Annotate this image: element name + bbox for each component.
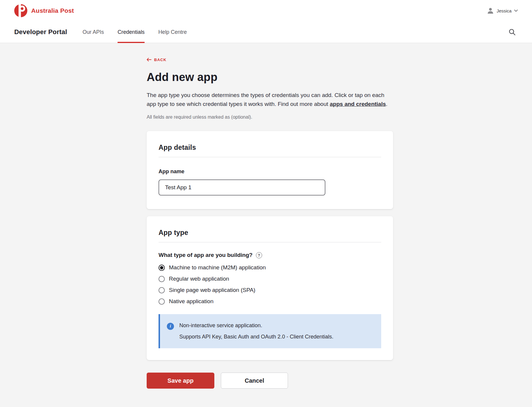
- radio-label: Single page web application (SPA): [169, 287, 255, 293]
- back-link[interactable]: BACK: [147, 58, 167, 62]
- page-title: Add new app: [147, 71, 393, 84]
- main-area: BACK Add new app The app type you choose…: [0, 43, 532, 389]
- divider: [159, 242, 381, 242]
- arrow-left-icon: [147, 58, 151, 61]
- radio-button[interactable]: [159, 276, 165, 282]
- app-name-input[interactable]: [159, 179, 325, 195]
- info-text: Non-interactive service application. Sup…: [179, 322, 333, 340]
- brand-name: Australia Post: [31, 7, 74, 14]
- chevron-down-icon: [514, 9, 518, 12]
- save-app-button[interactable]: Save app: [147, 373, 214, 389]
- radio-option-regular-web[interactable]: Regular web application: [159, 273, 381, 284]
- user-menu[interactable]: Jessica: [487, 7, 518, 14]
- info-icon: i: [167, 323, 174, 330]
- intro-text: The app type you choose determines the t…: [147, 91, 393, 109]
- required-note: All fields are required unless marked as…: [147, 115, 393, 120]
- user-name: Jessica: [497, 8, 512, 13]
- developer-portal-screen: Australia Post Jessica Developer Portal …: [0, 0, 532, 389]
- radio-label: Regular web application: [169, 276, 229, 282]
- radio-button[interactable]: [159, 265, 165, 271]
- radio-button[interactable]: [159, 287, 165, 293]
- help-icon[interactable]: ?: [256, 252, 262, 258]
- divider: [159, 157, 381, 157]
- australia-post-logo[interactable]: Australia Post: [14, 4, 74, 17]
- form-actions: Save app Cancel: [147, 373, 393, 389]
- app-details-card: App details App name: [147, 131, 393, 209]
- radio-option-spa[interactable]: Single page web application (SPA): [159, 284, 381, 296]
- app-type-question-row: What type of app are you building? ?: [159, 252, 381, 258]
- content-column: BACK Add new app The app type you choose…: [147, 57, 393, 389]
- app-details-title: App details: [159, 144, 381, 152]
- portal-title[interactable]: Developer Portal: [14, 28, 67, 36]
- apps-and-credentials-link[interactable]: apps and credentials: [330, 101, 386, 107]
- main-navbar: Developer Portal Our APIs Credentials He…: [0, 21, 532, 43]
- top-header: Australia Post Jessica: [0, 0, 532, 21]
- radio-label: Native application: [169, 298, 213, 305]
- radio-option-m2m[interactable]: Machine to machine (M2M) application: [159, 262, 381, 273]
- app-type-card: App type What type of app are you buildi…: [147, 216, 393, 360]
- app-type-radio-group: Machine to machine (M2M) application Reg…: [159, 262, 381, 307]
- nav-item-our-apis[interactable]: Our APIs: [83, 21, 104, 43]
- radio-button[interactable]: [159, 298, 165, 305]
- search-button[interactable]: [506, 26, 518, 38]
- intro-after: .: [386, 101, 387, 107]
- radio-label: Machine to machine (M2M) application: [169, 264, 266, 271]
- nav-item-credentials[interactable]: Credentials: [118, 21, 145, 43]
- radio-option-native[interactable]: Native application: [159, 296, 381, 307]
- app-type-question: What type of app are you building?: [159, 252, 253, 258]
- info-box: i Non-interactive service application. S…: [159, 314, 381, 348]
- app-type-title: App type: [159, 229, 381, 237]
- user-icon: [487, 7, 494, 14]
- back-label: BACK: [154, 58, 167, 62]
- info-line-2: Supports API Key, Basic Auth and OAuth 2…: [179, 334, 333, 340]
- search-icon: [508, 28, 516, 36]
- australia-post-logo-icon: [14, 4, 27, 17]
- cancel-button[interactable]: Cancel: [221, 373, 288, 389]
- app-name-label: App name: [159, 168, 381, 175]
- nav-links: Our APIs Credentials Help Centre: [83, 21, 200, 43]
- nav-item-help-centre[interactable]: Help Centre: [158, 21, 187, 43]
- info-line-1: Non-interactive service application.: [179, 322, 333, 329]
